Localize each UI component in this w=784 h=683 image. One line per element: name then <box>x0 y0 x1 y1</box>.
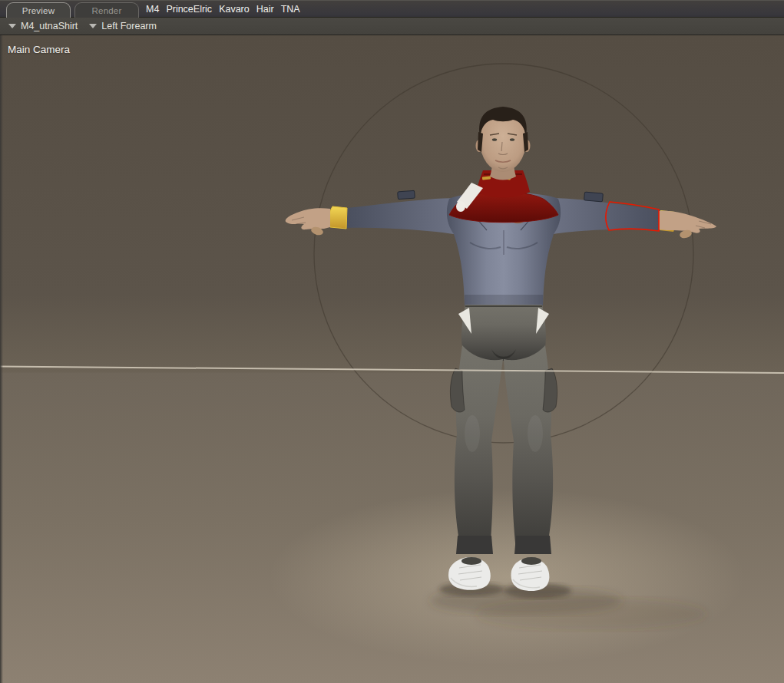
arm-patch <box>398 190 415 200</box>
actor-selector-dropdown[interactable]: Left Forearm <box>89 21 157 31</box>
tab-render[interactable]: Render <box>74 2 139 18</box>
cargo-pocket-right <box>450 368 465 412</box>
left-hand[interactable] <box>659 211 716 239</box>
figure-tab-tna[interactable]: TNA <box>281 4 300 15</box>
dropdown-triangle-icon <box>8 24 16 28</box>
tab-render-label: Render <box>92 6 122 15</box>
figure-tab-princeelric[interactable]: PrinceElric <box>166 4 212 15</box>
tab-preview-label: Preview <box>22 6 55 15</box>
head[interactable] <box>476 107 531 180</box>
hip[interactable] <box>461 305 546 361</box>
figure-tab-kavaro[interactable]: Kavaro <box>219 4 250 15</box>
poser-preview-window: Preview Render M4 PrinceElric Kavaro Hai… <box>0 0 784 683</box>
left-cuff <box>514 536 551 554</box>
tab-preview[interactable]: Preview <box>6 2 71 18</box>
preview-viewport[interactable]: Main Camera <box>0 35 784 683</box>
dropdown-triangle-icon <box>89 24 97 28</box>
ground-horizon-line <box>0 367 784 374</box>
left-arm[interactable] <box>548 192 716 239</box>
figure-selector-dropdown[interactable]: M4_utnaShirt <box>8 21 78 31</box>
scene-render <box>0 35 784 683</box>
arm-patch <box>584 192 604 202</box>
figure-tab-m4[interactable]: M4 <box>146 4 159 15</box>
figure-name-list: M4 PrinceElric Kavaro Hair TNA <box>146 1 300 18</box>
right-arm[interactable] <box>286 190 459 236</box>
right-wristband[interactable] <box>329 206 347 229</box>
document-tab-bar: Preview Render M4 PrinceElric Kavaro Hai… <box>0 0 784 18</box>
selector-bar: M4_utnaShirt Left Forearm <box>0 18 784 35</box>
actor-selector-label: Left Forearm <box>101 21 157 31</box>
camera-name-label[interactable]: Main Camera <box>8 44 70 55</box>
cargo-pocket-left <box>543 368 557 412</box>
right-hand[interactable] <box>286 208 330 236</box>
viewport-left-edge <box>0 35 3 683</box>
figure-tab-hair[interactable]: Hair <box>256 4 274 15</box>
right-cuff <box>456 536 493 554</box>
ground-light-pool <box>269 489 745 665</box>
figure-selector-label: M4_utnaShirt <box>21 21 78 31</box>
